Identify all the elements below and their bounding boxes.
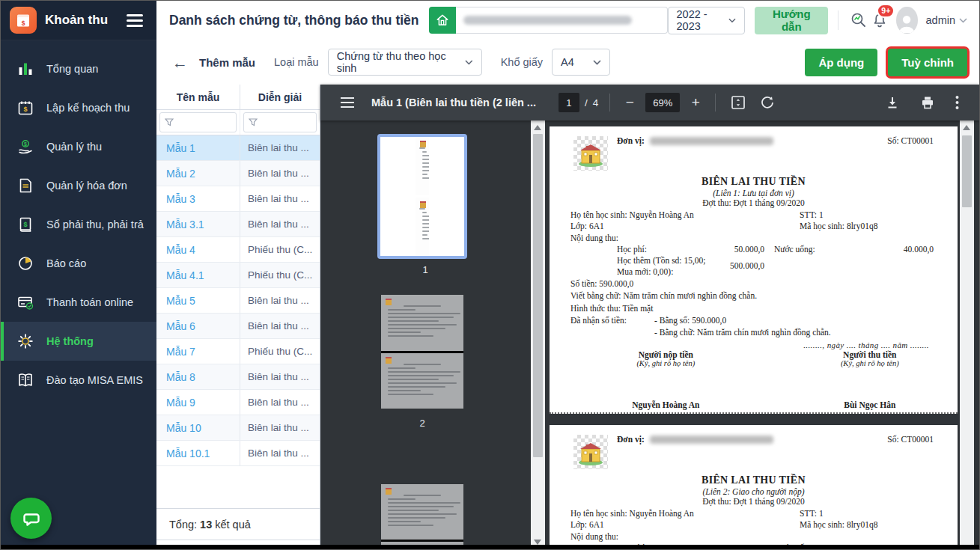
receipt-page-2: Đơn vị: Số: CT00001 BIÊN LAI THU TIỀN (L… [550, 425, 958, 549]
customize-button[interactable]: Tuỳ chỉnh [888, 49, 967, 76]
rotate-icon[interactable] [759, 94, 776, 111]
add-template-button[interactable]: Thêm mẫu [199, 56, 255, 69]
signature-block: Người nộp tiền (Ký, ghi rõ họ tên) Nguyễ… [550, 350, 958, 409]
column-header-name[interactable]: Tên mẫu [156, 85, 240, 109]
apply-button[interactable]: Áp dụng [805, 49, 877, 76]
receipt-page-1: Đơn vị: Số: CT00001 BIÊN LAI THU TIỀN (L… [550, 126, 958, 414]
template-name-link[interactable]: Mẫu 7 [156, 339, 240, 364]
back-button[interactable]: ← [172, 55, 188, 70]
thumbnail-pane: 123 [320, 120, 545, 549]
chat-button[interactable] [10, 498, 52, 539]
description-filter-input[interactable] [243, 112, 317, 132]
fee-label: Học phí: [617, 244, 718, 255]
username[interactable]: admin [926, 14, 956, 26]
template-name-link[interactable]: Mẫu 1 [156, 135, 240, 160]
svg-text:$: $ [22, 19, 25, 27]
template-type-select[interactable]: Chứng từ thu theo học sinh [328, 49, 482, 76]
table-row[interactable]: Mẫu 3Biên lai thu ... [156, 186, 320, 212]
template-name-link[interactable]: Mẫu 10 [156, 415, 240, 440]
paper-size-select[interactable]: A4 [552, 49, 610, 76]
table-row[interactable]: Mẫu 6Biên lai thu ... [156, 314, 320, 339]
template-name-link[interactable]: Mẫu 8 [156, 364, 240, 389]
document-pane: Đơn vị: Số: CT00001 BIÊN LAI THU TIỀN (L… [545, 120, 960, 549]
sidebar-item-6[interactable]: Thanh toán online [1, 283, 156, 322]
template-description: Biên lai thu ... [240, 161, 320, 186]
template-description: Biên lai thu ... [240, 288, 320, 313]
table-row[interactable]: Mẫu 10Biên lai thu ... [156, 415, 320, 441]
collector-sign-note: (Ký, ghi rõ họ tên) [782, 359, 958, 367]
template-name-link[interactable]: Mẫu 5 [156, 288, 240, 313]
table-row[interactable]: Mẫu 1Biên lai thu ... [156, 135, 320, 161]
table-row[interactable]: Mẫu 4.1Phiếu thu (C... [156, 263, 320, 288]
print-icon[interactable] [920, 95, 935, 110]
home-icon[interactable] [429, 7, 456, 34]
chevron-down-icon [593, 60, 601, 65]
template-name-link[interactable]: Mẫu 6 [156, 314, 240, 338]
sidebar-item-8[interactable]: Đào tạo MISA EMIS [1, 361, 156, 400]
school-name-field[interactable] [456, 7, 668, 34]
page-thumbnail-1[interactable] [377, 134, 467, 259]
template-name-link[interactable]: Mẫu 9 [156, 390, 240, 415]
sidebar-item-1[interactable]: $Lập kế hoạch thu [1, 88, 156, 127]
header-divider [838, 10, 839, 30]
template-name-link[interactable]: Mẫu 10.1 [156, 441, 240, 465]
template-name-link[interactable]: Mẫu 4 [156, 237, 240, 262]
page-thumbnail-3[interactable] [381, 484, 463, 549]
document-scrollbar[interactable] [960, 120, 974, 549]
page-thumbnail-2[interactable] [381, 295, 463, 409]
content-label: Nội dung thu: [570, 531, 935, 543]
received-number: - Bằng số: 590.000,0 [654, 315, 831, 327]
notifications-bell-icon[interactable]: 9+ [869, 7, 890, 34]
fit-page-icon[interactable] [730, 94, 746, 111]
table-row[interactable]: Mẫu 8Biên lai thu ... [156, 364, 320, 390]
table-row[interactable]: Mẫu 3.1Biên lai thu ... [156, 212, 320, 237]
template-name-link[interactable]: Mẫu 4.1 [156, 263, 240, 287]
pdf-doc-title: Mẫu 1 (Biên lai thu tiền (2 liên ... [371, 97, 536, 109]
collector-title: Người thu tiền [782, 350, 958, 359]
thumbnail-scrollbar[interactable] [531, 120, 545, 549]
table-row[interactable]: Mẫu 5Biên lai thu ... [156, 288, 320, 314]
template-name-link[interactable]: Mẫu 3.1 [156, 212, 240, 236]
fee-list: Học phí:50.000,0Nước uống:40.000,0Học th… [570, 244, 934, 278]
table-row[interactable]: Mẫu 2Biên lai thu ... [156, 161, 320, 186]
search-analytics-icon[interactable] [848, 7, 869, 34]
page-separator: / [585, 97, 588, 109]
zoom-level[interactable]: 69% [645, 93, 680, 112]
school-year-value: 2022 - 2023 [677, 8, 729, 32]
template-name-link[interactable]: Mẫu 2 [156, 161, 240, 186]
table-row[interactable]: Mẫu 7Phiếu thu (C... [156, 339, 320, 364]
funnel-icon [165, 118, 174, 126]
pdf-menu-icon[interactable] [341, 97, 354, 108]
sidebar-item-5[interactable]: Báo cáo [1, 244, 156, 283]
sidebar-item-label: Tổng quan [46, 63, 98, 75]
sidebar-item-4[interactable]: $Sổ phải thu, phải trả [1, 205, 156, 244]
download-icon[interactable] [885, 95, 900, 110]
school-selector[interactable] [429, 7, 668, 34]
user-menu-chevron-icon[interactable] [959, 18, 967, 23]
name-filter-input[interactable] [159, 112, 237, 132]
fee-amount: 50.000,0 [718, 244, 764, 255]
table-row[interactable]: Mẫu 10.1Biên lai thu ... [156, 441, 320, 466]
table-row[interactable]: Mẫu 9Biên lai thu ... [156, 390, 320, 415]
zoom-out-button[interactable]: − [621, 94, 638, 111]
khoan-thu-logo-icon: $ [10, 7, 37, 34]
funnel-icon [249, 118, 258, 126]
paper-size-value: A4 [561, 56, 574, 68]
guide-button[interactable]: Hướng dẫn [755, 7, 828, 34]
school-year-select[interactable]: 2022 - 2023 [668, 7, 746, 34]
template-name-link[interactable]: Mẫu 3 [156, 186, 240, 211]
top-header: Danh sách chứng từ, thông báo thu tiền 2… [156, 1, 979, 40]
sidebar-item-0[interactable]: Tổng quan [1, 49, 156, 88]
sidebar-item-3[interactable]: Quản lý hóa đơn [1, 166, 156, 205]
table-row[interactable]: Mẫu 4Phiếu thu (C... [156, 237, 320, 263]
app-title: Khoản thu [45, 13, 124, 28]
column-header-description[interactable]: Diễn giải [240, 85, 320, 109]
avatar[interactable] [896, 7, 917, 34]
sidebar-item-7[interactable]: Hệ thống [1, 322, 156, 361]
sidebar-collapse-icon[interactable] [124, 11, 146, 30]
zoom-in-button[interactable]: + [687, 94, 704, 111]
page-number-input[interactable]: 1 [559, 93, 579, 112]
sidebar-item-2[interactable]: $Quản lý thu [1, 127, 156, 166]
more-options-icon[interactable] [955, 95, 959, 110]
receipt-header: Đơn vị: Số: CT00001 [570, 134, 935, 174]
